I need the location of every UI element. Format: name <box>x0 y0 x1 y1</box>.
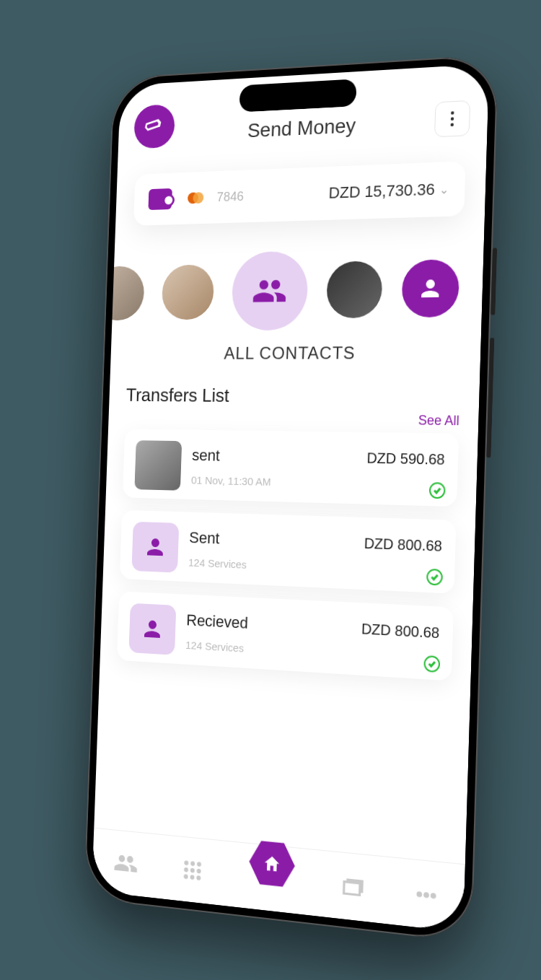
app-logo-icon <box>133 104 175 149</box>
nav-contacts-icon[interactable] <box>113 849 138 878</box>
header: Send Money <box>118 64 489 159</box>
transfers-section: Transfers List See All sent DZD 590.68 0… <box>94 384 480 864</box>
svg-point-1 <box>451 117 454 121</box>
contacts-row <box>112 247 484 332</box>
contact-avatar[interactable] <box>161 264 214 320</box>
balance-card[interactable]: 7846 DZD 15,730.36 ⌄ <box>133 161 466 226</box>
transfer-subtitle: 01 Nov, 11:30 AM <box>191 474 355 490</box>
svg-point-13 <box>423 891 429 898</box>
svg-point-9 <box>184 874 188 879</box>
transfer-avatar <box>128 603 176 655</box>
svg-point-4 <box>191 861 195 866</box>
status-success-icon <box>426 569 443 586</box>
balance-currency: DZD <box>328 183 361 203</box>
see-all-link[interactable]: See All <box>125 410 459 429</box>
svg-point-3 <box>185 860 189 865</box>
svg-point-5 <box>197 862 201 867</box>
card-last4: 7846 <box>216 189 244 205</box>
transfer-item[interactable]: Sent DZD 800.68 124 Services <box>120 510 457 594</box>
transfer-amount: DZD 800.68 <box>361 621 440 642</box>
svg-point-6 <box>184 867 188 872</box>
transfer-amount: DZD 590.68 <box>366 450 445 469</box>
transfer-avatar <box>131 522 179 573</box>
all-contacts-label: ALL CONTACTS <box>110 342 480 363</box>
page-title: Send Money <box>174 110 435 146</box>
transfers-title: Transfers List <box>126 385 460 409</box>
contact-avatar[interactable] <box>326 261 383 318</box>
person-icon <box>143 534 167 560</box>
phone-frame: Send Money 7846 DZD 15,730.36 ⌄ <box>84 54 498 942</box>
transfer-subtitle: 124 Services <box>188 556 352 575</box>
transfer-label: sent <box>192 446 356 468</box>
transfer-item[interactable]: Recieved DZD 800.68 124 Services <box>117 591 454 681</box>
people-icon <box>251 272 288 310</box>
transfer-subtitle: 124 Services <box>185 639 349 660</box>
transfer-amount: DZD 800.68 <box>364 535 442 556</box>
svg-point-7 <box>190 867 195 872</box>
mastercard-icon <box>188 192 198 204</box>
more-vertical-icon <box>450 110 455 127</box>
home-icon <box>262 852 282 875</box>
more-button[interactable] <box>434 100 470 137</box>
balance-amount-wrap: DZD 15,730.36 ⌄ <box>328 180 449 203</box>
wallet-icon <box>148 188 172 210</box>
balance-amount: 15,730.36 <box>364 180 435 201</box>
transfer-item[interactable]: sent DZD 590.68 01 Nov, 11:30 AM <box>123 429 459 507</box>
chevron-down-icon[interactable]: ⌄ <box>439 182 449 196</box>
svg-point-10 <box>190 875 195 880</box>
transfer-avatar <box>134 440 182 491</box>
all-contacts-avatar[interactable] <box>231 250 309 331</box>
transfer-label: Sent <box>189 528 353 553</box>
status-success-icon <box>423 655 440 673</box>
contact-avatar[interactable] <box>401 259 459 318</box>
nav-cards-icon[interactable] <box>339 872 367 903</box>
person-icon <box>140 616 164 642</box>
nav-dialpad-icon[interactable] <box>180 855 206 885</box>
status-success-icon <box>429 482 446 499</box>
svg-point-8 <box>197 868 201 873</box>
svg-point-12 <box>417 891 423 897</box>
svg-point-2 <box>450 123 454 126</box>
transfer-label: Recieved <box>186 611 351 638</box>
app-screen: Send Money 7846 DZD 15,730.36 ⌄ <box>92 64 489 932</box>
svg-point-11 <box>197 875 201 880</box>
nav-more-icon[interactable] <box>412 879 441 911</box>
svg-point-14 <box>431 892 436 898</box>
person-icon <box>417 275 444 302</box>
svg-point-0 <box>451 111 454 115</box>
contact-avatar[interactable] <box>112 266 145 320</box>
